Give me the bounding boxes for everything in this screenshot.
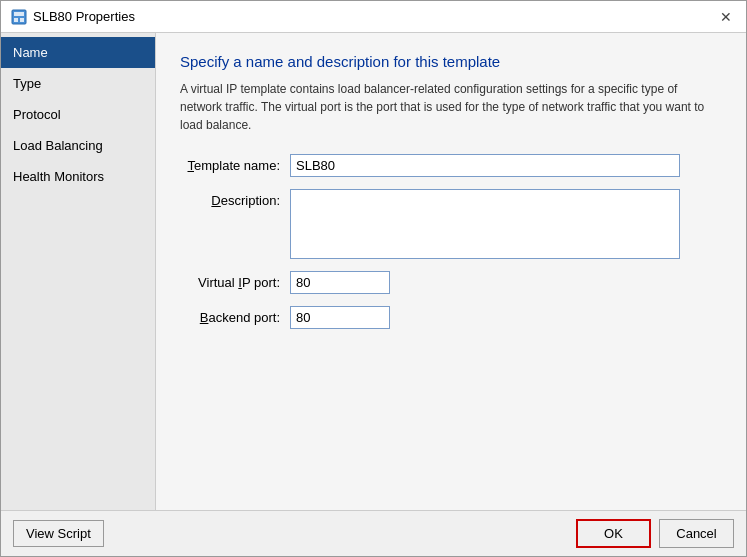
sidebar-item-health-monitors[interactable]: Health Monitors [1,161,155,192]
section-title: Specify a name and description for this … [180,53,722,70]
backend-port-label: Backend port: [180,306,290,325]
svg-rect-1 [14,12,24,16]
template-name-row: Template name: [180,154,722,177]
window-icon [11,9,27,25]
description-textarea[interactable] [290,189,680,259]
title-bar: SLB80 Properties ✕ [1,1,746,33]
virtual-ip-port-row: Virtual IP port: [180,271,722,294]
description-label: Description: [180,189,290,208]
template-name-label: Template name: [180,154,290,173]
backend-port-row: Backend port: [180,306,722,329]
footer-right-buttons: OK Cancel [576,519,734,548]
sidebar-item-type[interactable]: Type [1,68,155,99]
title-bar-left: SLB80 Properties [11,9,135,25]
svg-rect-3 [20,18,24,22]
virtual-ip-port-input[interactable] [290,271,390,294]
window-title: SLB80 Properties [33,9,135,24]
window-body: Name Type Protocol Load Balancing Health… [1,33,746,510]
footer: View Script OK Cancel [1,510,746,556]
ok-button[interactable]: OK [576,519,651,548]
sidebar: Name Type Protocol Load Balancing Health… [1,33,156,510]
close-button[interactable]: ✕ [716,7,736,27]
template-name-input[interactable] [290,154,680,177]
sidebar-item-name[interactable]: Name [1,37,155,68]
sidebar-item-load-balancing[interactable]: Load Balancing [1,130,155,161]
virtual-ip-port-label: Virtual IP port: [180,271,290,290]
view-script-button[interactable]: View Script [13,520,104,547]
svg-rect-2 [14,18,18,22]
backend-port-input[interactable] [290,306,390,329]
cancel-button[interactable]: Cancel [659,519,734,548]
description-row: Description: [180,189,722,259]
sidebar-item-protocol[interactable]: Protocol [1,99,155,130]
section-description: A virtual IP template contains load bala… [180,80,722,134]
main-content: Specify a name and description for this … [156,33,746,510]
main-window: SLB80 Properties ✕ Name Type Protocol Lo… [0,0,747,557]
